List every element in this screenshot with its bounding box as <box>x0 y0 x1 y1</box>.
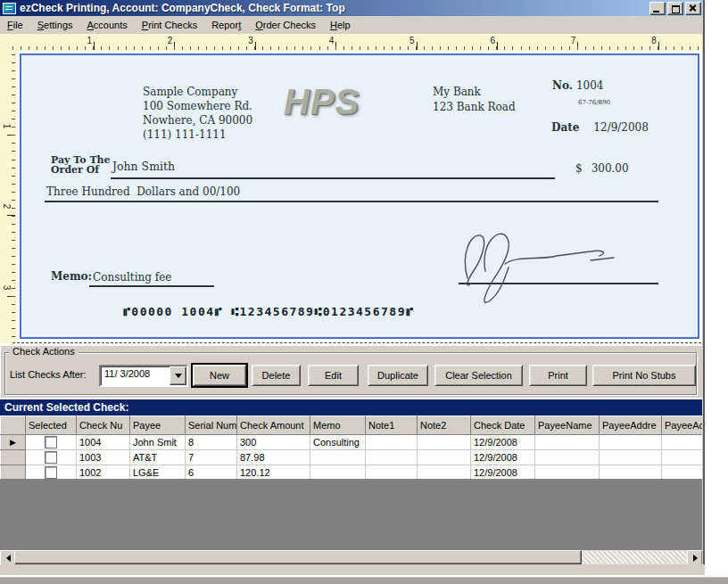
row-selector[interactable]: ▶ <box>1 435 26 450</box>
column-header-check-date[interactable]: Check Date <box>471 416 535 435</box>
ruler-horizontal: 12345678 <box>0 34 702 52</box>
scrollbar-thumb[interactable] <box>14 550 582 564</box>
selected-cell[interactable] <box>26 450 77 465</box>
menu-accounts[interactable]: Accounts <box>80 17 135 33</box>
button-new[interactable]: New <box>193 365 246 386</box>
restore-button[interactable] <box>667 2 683 15</box>
cell-payeeaddre[interactable] <box>600 450 662 465</box>
button-edit[interactable]: Edit <box>308 365 359 386</box>
cell-serial-num[interactable]: 7 <box>186 450 237 465</box>
ruler-major-tick <box>577 42 578 50</box>
combo-dropdown-button[interactable] <box>170 366 186 385</box>
cell-check-nu[interactable]: 1004 <box>77 435 130 450</box>
memo-label: Memo: <box>51 270 92 283</box>
menu-print-checks[interactable]: Print Checks <box>135 17 204 33</box>
check-actions-panel: Check Actions List Checks After: 11/ 3/2… <box>1 346 702 398</box>
cell-check-amount[interactable]: 87.98 <box>237 450 310 465</box>
column-header-payee[interactable]: Payee <box>130 416 186 435</box>
column-header-payeeaddre[interactable]: PayeeAddre <box>600 416 662 435</box>
menu-help[interactable]: Help <box>323 17 358 33</box>
ruler-number: 6 <box>481 36 495 45</box>
cell-serial-num[interactable]: 8 <box>186 435 237 450</box>
cell-note2[interactable] <box>418 450 471 465</box>
table-row[interactable]: 1003AT&T787.9812/9/2008 <box>1 450 703 465</box>
minimize-icon <box>653 11 659 12</box>
ruler-number: 7 <box>561 36 575 45</box>
cell-payee[interactable]: John Smit <box>130 435 186 450</box>
cell-payeeac[interactable] <box>662 450 703 465</box>
button-clear-selection[interactable]: Clear Selection <box>434 365 523 386</box>
selected-cell[interactable] <box>26 435 77 450</box>
column-header-note1[interactable]: Note1 <box>366 416 418 435</box>
ruler-vertical: 123 <box>0 51 17 343</box>
bottom-edge-bar <box>0 577 728 584</box>
ruler-major-tick <box>417 42 418 50</box>
menu-report[interactable]: Report <box>204 17 248 33</box>
column-header-payeeac[interactable]: PayeeAc <box>662 416 703 435</box>
ruler-major-tick <box>335 42 336 50</box>
button-delete[interactable]: Delete <box>252 365 301 386</box>
cell-memo[interactable] <box>310 450 366 465</box>
window-bottom-strip <box>0 564 705 575</box>
column-header-check-amount[interactable]: Check Amount <box>237 416 310 435</box>
ruler-major-tick <box>7 296 15 297</box>
pay-to-label: Pay To TheOrder Of <box>51 155 111 175</box>
menu-file[interactable]: File <box>0 17 30 33</box>
scrollbar-track[interactable] <box>582 551 687 563</box>
cell-payeeac[interactable] <box>662 435 703 450</box>
menu-settings[interactable]: Settings <box>30 17 80 33</box>
app-icon <box>3 3 16 14</box>
check-paper[interactable]: Sample Company100 Somewhere Rd.Nowhere, … <box>20 53 699 339</box>
cell-check-amount[interactable]: 300 <box>237 435 310 450</box>
row-checkbox[interactable] <box>45 451 57 464</box>
cell-note1[interactable] <box>366 450 418 465</box>
ruler-number: 5 <box>401 36 415 45</box>
row-checkbox[interactable] <box>45 466 57 479</box>
ruler-major-tick <box>7 215 15 216</box>
column-header-serial-num[interactable]: Serial Num <box>186 416 237 435</box>
amount-in-words: Three Hundred Dollars and 00/100 <box>46 185 240 198</box>
list-date-value[interactable]: 11/ 3/2008 <box>101 366 170 385</box>
column-header-selected[interactable]: Selected <box>26 416 77 435</box>
ruler-major-tick <box>174 42 175 50</box>
table-row[interactable]: ▶1004John Smit8300Consulting12/9/2008 <box>1 435 703 450</box>
button-print-no-stubs[interactable]: Print No Stubs <box>592 365 696 386</box>
column-header-memo[interactable]: Memo <box>310 416 366 435</box>
grid-empty-area <box>0 479 702 550</box>
cell-payeeaddre[interactable] <box>600 435 662 450</box>
cell-payeename[interactable] <box>535 450 600 465</box>
button-print[interactable]: Print <box>529 365 587 386</box>
ruler-major-tick <box>658 42 659 50</box>
column-header-payeename[interactable]: PayeeName <box>535 416 600 435</box>
check-actions-label: Check Actions <box>9 346 79 357</box>
cell-note1[interactable] <box>366 435 418 450</box>
menu-order-checks[interactable]: Order Checks <box>248 17 323 33</box>
window-title: ezCheck Printing, Account: CompanyCheck,… <box>20 0 345 16</box>
company-block: Sample Company100 Somewhere Rd.Nowhere, … <box>143 85 252 142</box>
horizontal-scrollbar[interactable] <box>0 550 702 564</box>
column-header-note2[interactable]: Note2 <box>418 416 471 435</box>
cell-payee[interactable]: AT&T <box>130 450 186 465</box>
cell-note2[interactable] <box>418 435 471 450</box>
cell-payeename[interactable] <box>535 435 600 450</box>
cell-check-date[interactable]: 12/9/2008 <box>471 450 535 465</box>
column-header-check-nu[interactable]: Check Nu <box>77 416 130 435</box>
row-checkbox[interactable] <box>45 436 57 448</box>
close-button[interactable] <box>685 2 701 15</box>
check-amount: $300.00 <box>575 162 629 175</box>
scroll-right-icon <box>693 555 701 562</box>
cell-memo[interactable]: Consulting <box>310 435 366 450</box>
minimize-button[interactable] <box>649 2 666 15</box>
menu-bar: FileSettingsAccountsPrint ChecksReportOr… <box>0 16 705 35</box>
payee-name: John Smith <box>112 160 175 173</box>
bank-block: My Bank123 Bank Road <box>433 85 516 115</box>
row-selector[interactable] <box>1 450 26 465</box>
cell-check-nu[interactable]: 1003 <box>77 450 130 465</box>
list-date-combobox[interactable]: 11/ 3/2008 <box>99 365 188 387</box>
button-duplicate[interactable]: Duplicate <box>368 365 428 386</box>
micr-line: ⑈00000 1004⑈ ⑆123456789⑆0123456789⑈ <box>123 305 414 318</box>
cell-check-date[interactable]: 12/9/2008 <box>471 435 535 450</box>
check-number: No.1004 <box>552 79 604 92</box>
ruler-number: 8 <box>642 36 657 45</box>
ruler-major-tick <box>497 42 498 50</box>
